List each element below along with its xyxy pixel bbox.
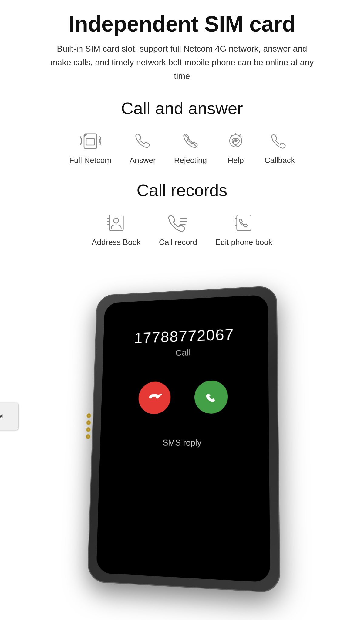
full-netcom-label: Full Netcom [69,156,111,165]
address-book-label: Address Book [92,238,141,247]
pin-3 [86,427,91,432]
svg-rect-14 [237,215,251,230]
call-buttons [138,380,228,414]
icon-call-record: Call record [159,212,197,247]
help-label: Help [228,156,244,165]
call-record-icon [167,212,189,233]
full-netcom-icon [80,130,101,151]
page-wrapper: Independent SIM card Built-in SIM card s… [0,0,364,611]
icon-edit-phone-book: Edit phone book [215,212,272,247]
main-title: Independent SIM card [69,12,295,36]
sms-reply-label: SMS reply [163,438,202,447]
icon-answer: Answer [130,130,156,165]
callback-icon [269,130,290,151]
icon-help: Help [225,130,246,165]
answer-icon [132,130,153,151]
icon-address-book: Address Book [92,212,141,247]
pin-4 [86,434,90,439]
call-answer-title: Call and answer [121,98,243,118]
decline-button[interactable] [138,381,171,414]
icon-full-netcom: Full Netcom [69,130,111,165]
sim-card-tray: SIM [0,403,18,430]
help-icon [225,130,246,151]
pin-1 [86,413,91,418]
call-records-title: Call records [137,180,228,200]
callback-label: Callback [265,156,295,165]
phone-side-pins [86,413,91,439]
pin-2 [86,420,91,425]
phone-call-label: Call [175,347,191,358]
call-answer-icons-row: Full Netcom Answer Rejecting [18,130,346,165]
call-record-label: Call record [159,238,197,247]
sim-label: SIM [0,414,3,419]
icon-rejecting: Rejecting [174,130,207,165]
phone-device: 17788772067 Call [87,285,280,593]
edit-phone-book-label: Edit phone book [215,238,272,247]
call-records-icons-row: Address Book Call record [18,212,346,247]
rejecting-label: Rejecting [174,156,207,165]
phone-screen: 17788772067 Call [96,295,270,582]
svg-point-7 [114,218,119,223]
answer-label: Answer [130,156,156,165]
rejecting-icon [180,130,201,151]
svg-point-5 [235,144,237,146]
svg-rect-1 [86,139,95,145]
subtitle: Built-in SIM card slot, support full Net… [46,42,318,83]
address-book-icon [106,212,127,233]
sim-assembly: SIM [0,359,18,473]
phone-number: 17788772067 [134,325,234,346]
icon-callback: Callback [265,130,295,165]
phone-section: SIM 17788772067 Call [18,274,346,593]
accept-button[interactable] [194,380,228,413]
edit-phone-book-icon [233,212,254,233]
